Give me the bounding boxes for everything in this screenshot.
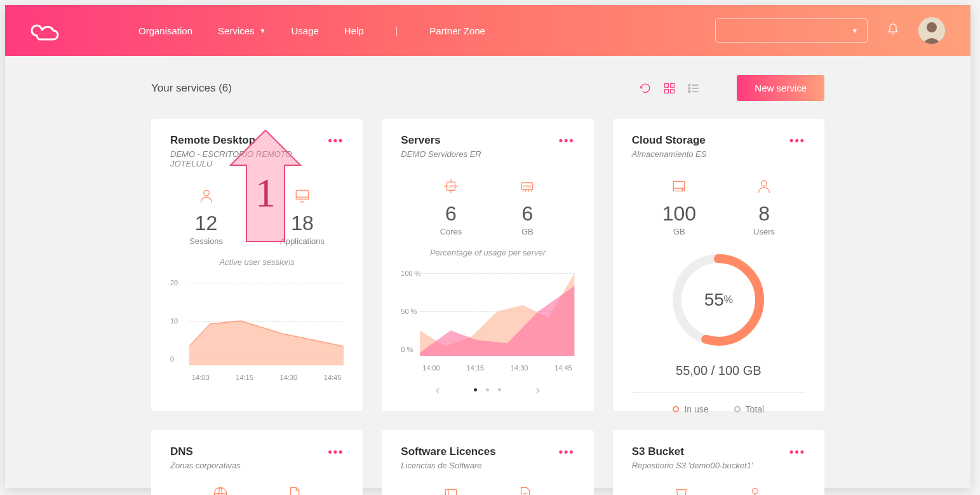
pager-dot[interactable] [486, 388, 489, 391]
card-licences[interactable]: Software Licences Licencias de Software … [382, 430, 593, 495]
list-view-button[interactable] [687, 82, 700, 95]
y-tick: 50 % [401, 308, 417, 315]
main-nav: Organisation Services ▼ Usage Help | Par… [138, 25, 485, 36]
nav-partner-zone[interactable]: Partner Zone [429, 25, 485, 36]
y-tick: 20 [170, 279, 178, 287]
stat-applications: 18 Applications [280, 187, 325, 246]
legend-total: Total [734, 404, 765, 414]
x-tick: 14:30 [511, 364, 528, 372]
storage-text: 55,00 / 100 GB [632, 363, 805, 378]
svg-rect-35 [445, 490, 456, 496]
card-cloud-storage[interactable]: Cloud Storage Almacenamiento ES ••• 100 … [613, 119, 824, 411]
y-tick: 0 [170, 355, 174, 363]
cpu-icon: CPU [443, 178, 459, 194]
user-icon [756, 178, 772, 194]
document-icon [516, 485, 533, 495]
refresh-button[interactable] [639, 82, 652, 95]
card-subtitle: Almacenamiento ES [632, 149, 789, 159]
nav-services[interactable]: Services ▼ [218, 25, 265, 36]
refresh-icon [639, 82, 652, 95]
chevron-down-icon: ▼ [260, 27, 266, 34]
stat-label: GB [519, 227, 535, 236]
x-tick: 14:00 [192, 374, 210, 381]
legend-inuse: In use [673, 404, 708, 414]
bell-icon [887, 23, 899, 36]
card-menu-button[interactable]: ••• [559, 134, 575, 147]
pager-dot[interactable] [498, 388, 501, 391]
stat-cores: CPU 6 Cores [440, 178, 462, 236]
card-menu-button[interactable]: ••• [559, 445, 575, 459]
svg-text:CPU: CPU [447, 184, 455, 188]
chevron-down-icon: ▼ [852, 27, 858, 34]
notifications-button[interactable] [887, 23, 899, 38]
monitor-icon [294, 187, 311, 204]
stat-value: 8 [753, 202, 775, 226]
cards-grid: Remote Desktop DEMO - ESCRITORIO REMOTO … [151, 119, 824, 495]
topbar-right: ▼ [715, 17, 945, 44]
card-servers[interactable]: Servers DEMO Servidores ER ••• CPU 6 Cor… [382, 119, 593, 411]
stat-value: 18 [280, 212, 325, 235]
grid-view-button[interactable] [663, 82, 676, 95]
stat-value: 100 [662, 202, 696, 226]
nav-help[interactable]: Help [344, 25, 364, 36]
chart-caption: Percentage of usage per server [401, 248, 574, 257]
y-tick: 10 [170, 317, 178, 325]
card-icon [443, 485, 459, 495]
area-chart-svg [189, 283, 344, 365]
sessions-chart: 20 10 0 14:00 14:15 14:30 14:45 [170, 276, 344, 384]
card-menu-button[interactable]: ••• [789, 445, 805, 459]
card-menu-button[interactable]: ••• [789, 134, 805, 147]
nav-divider: | [396, 25, 398, 36]
pager-next[interactable]: › [510, 383, 565, 397]
x-tick: 14:45 [554, 364, 572, 372]
svg-rect-13 [296, 190, 309, 199]
x-tick: 14:15 [467, 364, 485, 372]
new-service-button[interactable]: New service [737, 75, 824, 101]
stat-gb: 100 GB [662, 178, 696, 236]
card-menu-button[interactable]: ••• [328, 445, 344, 459]
svg-point-30 [682, 189, 683, 191]
page-title: Your services (6) [151, 82, 232, 95]
card-remote-desktop[interactable]: Remote Desktop DEMO - ESCRITORIO REMOTO … [151, 119, 363, 411]
x-tick: 14:00 [422, 364, 440, 372]
nav-usage[interactable]: Usage [292, 25, 319, 36]
pager-prev[interactable]: ‹ [410, 383, 466, 397]
storage-donut: 55% [632, 249, 805, 351]
card-dns[interactable]: DNS Zonas corporativas ••• [151, 430, 363, 495]
svg-point-8 [688, 87, 690, 89]
svg-point-12 [203, 190, 209, 196]
top-bar: Organisation Services ▼ Usage Help | Par… [5, 5, 970, 56]
file-icon [286, 485, 302, 495]
card-subtitle: DEMO - ESCRITORIO REMOTO JOTELULU [170, 149, 328, 168]
avatar-icon [918, 17, 945, 44]
nav-organisation[interactable]: Organisation [138, 25, 192, 36]
x-axis: 14:00 14:15 14:30 14:45 [189, 374, 344, 381]
bucket-icon [673, 485, 690, 495]
svg-point-31 [762, 180, 767, 186]
card-s3[interactable]: S3 Bucket Repostiorio S3 'demo00-bucket1… [613, 430, 824, 495]
svg-point-1 [927, 22, 937, 32]
stat-label: Cores [440, 227, 462, 236]
card-title: S3 Bucket [632, 445, 789, 458]
donut-value: 55% [668, 249, 769, 351]
stat-users: 8 Users [753, 178, 775, 236]
stats-row: CPU 6 Cores RAM 6 GB [401, 178, 574, 236]
pager-dot[interactable] [474, 388, 477, 391]
app-frame: Organisation Services ▼ Usage Help | Par… [5, 5, 970, 488]
stat-label: Sessions [189, 236, 223, 246]
logo[interactable] [30, 20, 69, 41]
chart-caption: Active user sessions [170, 257, 344, 267]
svg-text:RAM: RAM [523, 184, 532, 188]
x-tick: 14:15 [236, 374, 253, 381]
grid-icon [663, 82, 676, 95]
stat-value: 12 [189, 212, 223, 235]
x-tick: 14:45 [324, 374, 342, 381]
ram-icon: RAM [519, 178, 535, 194]
user-avatar[interactable] [918, 17, 945, 44]
donut-legend: In use Total [632, 392, 805, 414]
x-tick: 14:30 [280, 374, 298, 381]
usage-chart: 100 % 50 % 0 % 14:00 14:15 14:30 14:45 [401, 267, 574, 375]
card-menu-button[interactable]: ••• [328, 134, 344, 147]
context-selector[interactable]: ▼ [715, 18, 868, 43]
card-subtitle: Zonas corporativas [170, 461, 328, 470]
